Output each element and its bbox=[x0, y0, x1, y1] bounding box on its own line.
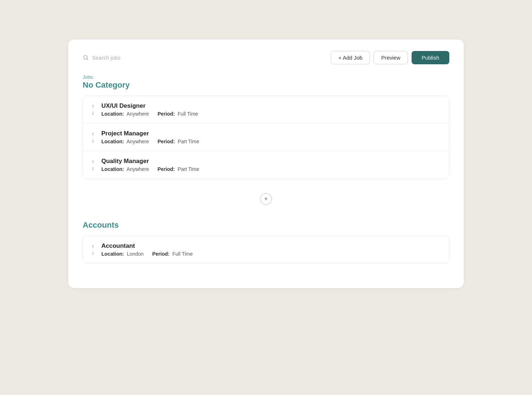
sort-arrows: ↑ ↓ bbox=[92, 244, 94, 255]
header: + Add Job Preview Publish bbox=[83, 51, 449, 64]
svg-point-0 bbox=[84, 55, 87, 59]
publish-button[interactable]: Publish bbox=[412, 51, 449, 64]
job-period: Period: Part Time bbox=[157, 166, 199, 172]
add-job-button[interactable]: + Add Job bbox=[331, 51, 370, 64]
period-value: Part Time bbox=[178, 166, 199, 172]
no-category-section: Jobs: No Category ↑ ↓ UX/UI Designer Loc… bbox=[83, 74, 449, 212]
job-location: Location: London bbox=[101, 251, 144, 257]
sort-arrows: ↑ ↓ bbox=[92, 159, 94, 171]
search-input[interactable] bbox=[92, 55, 164, 61]
period-value: Full Time bbox=[178, 111, 198, 117]
location-label: Location: bbox=[101, 139, 124, 144]
job-title: Quality Manager bbox=[101, 158, 440, 165]
accounts-section: Accounts ↑ ↓ Accountant Location: London bbox=[83, 220, 449, 264]
job-period: Period: Full Time bbox=[152, 251, 193, 257]
location-label: Location: bbox=[101, 166, 124, 172]
table-row: ↑ ↓ Accountant Location: London Period: … bbox=[83, 236, 449, 263]
location-value: Anywhere bbox=[127, 111, 149, 117]
job-info: Quality Manager Location: Anywhere Perio… bbox=[101, 158, 440, 172]
accounts-section-title: Accounts bbox=[83, 220, 449, 230]
move-down-button[interactable]: ↓ bbox=[92, 138, 94, 143]
job-meta: Location: Anywhere Period: Part Time bbox=[101, 166, 440, 172]
section-title: No Category bbox=[83, 80, 449, 90]
job-meta: Location: Anywhere Period: Part Time bbox=[101, 139, 440, 144]
no-category-jobs-container: ↑ ↓ UX/UI Designer Location: Anywhere Pe… bbox=[83, 96, 449, 179]
move-up-button[interactable]: ↑ bbox=[92, 131, 94, 136]
move-up-button[interactable]: ↑ bbox=[92, 159, 94, 164]
table-row: ↑ ↓ Quality Manager Location: Anywhere P… bbox=[83, 151, 449, 178]
table-row: ↑ ↓ Project Manager Location: Anywhere P… bbox=[83, 124, 449, 151]
period-value: Part Time bbox=[178, 139, 199, 144]
job-meta: Location: London Period: Full Time bbox=[101, 251, 440, 257]
search-icon bbox=[83, 55, 89, 61]
accounts-jobs-container: ↑ ↓ Accountant Location: London Period: … bbox=[83, 236, 449, 264]
sort-arrows: ↑ ↓ bbox=[92, 131, 94, 143]
job-title: Accountant bbox=[101, 242, 440, 250]
job-title: Project Manager bbox=[101, 130, 440, 137]
job-location: Location: Anywhere bbox=[101, 139, 149, 144]
table-row: ↑ ↓ UX/UI Designer Location: Anywhere Pe… bbox=[83, 96, 449, 124]
location-value: Anywhere bbox=[127, 166, 149, 172]
add-more-circle-icon: + bbox=[260, 193, 272, 205]
header-actions: + Add Job Preview Publish bbox=[331, 51, 449, 64]
location-label: Location: bbox=[101, 111, 124, 117]
job-location: Location: Anywhere bbox=[101, 111, 149, 117]
location-label: Location: bbox=[101, 251, 124, 257]
job-info: UX/UI Designer Location: Anywhere Period… bbox=[101, 102, 440, 117]
job-info: Project Manager Location: Anywhere Perio… bbox=[101, 130, 440, 144]
search-area bbox=[83, 55, 164, 61]
job-meta: Location: Anywhere Period: Full Time bbox=[101, 111, 440, 117]
move-up-button[interactable]: ↑ bbox=[92, 244, 94, 249]
sort-arrows: ↑ ↓ bbox=[92, 104, 94, 115]
move-up-button[interactable]: ↑ bbox=[92, 104, 94, 109]
location-value: Anywhere bbox=[127, 139, 149, 144]
period-label: Period: bbox=[152, 251, 170, 257]
main-card: + Add Job Preview Publish Jobs: No Categ… bbox=[68, 40, 464, 288]
add-more-row: + bbox=[83, 186, 449, 212]
period-label: Period: bbox=[157, 111, 175, 117]
section-label: Jobs: bbox=[83, 74, 449, 80]
period-label: Period: bbox=[157, 166, 175, 172]
job-info: Accountant Location: London Period: Full… bbox=[101, 242, 440, 257]
job-period: Period: Part Time bbox=[157, 139, 199, 144]
period-label: Period: bbox=[157, 139, 175, 144]
job-location: Location: Anywhere bbox=[101, 166, 149, 172]
svg-line-1 bbox=[87, 59, 88, 60]
add-more-button[interactable]: + bbox=[260, 193, 272, 205]
move-down-button[interactable]: ↓ bbox=[92, 166, 94, 171]
period-value: Full Time bbox=[173, 251, 193, 257]
move-down-button[interactable]: ↓ bbox=[92, 110, 94, 115]
preview-button[interactable]: Preview bbox=[373, 51, 408, 64]
move-down-button[interactable]: ↓ bbox=[92, 250, 94, 255]
job-title: UX/UI Designer bbox=[101, 102, 440, 110]
job-period: Period: Full Time bbox=[157, 111, 198, 117]
location-value: London bbox=[127, 251, 144, 257]
